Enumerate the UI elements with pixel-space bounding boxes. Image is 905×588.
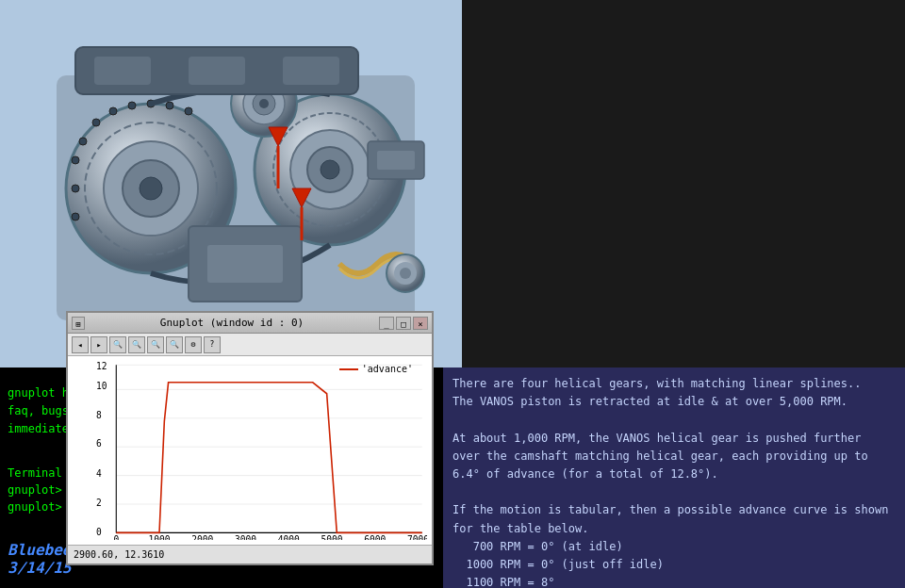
svg-rect-61 — [189, 57, 245, 85]
description-panel: There are four helical gears, with match… — [443, 368, 905, 588]
desc-line-6: If the motion is tabular, then a possibl… — [452, 501, 896, 519]
svg-text:6000: 6000 — [364, 534, 386, 540]
svg-rect-62 — [283, 57, 339, 85]
svg-point-34 — [128, 102, 136, 109]
legend: 'advance' — [339, 364, 413, 374]
desc-line-5: 6.4° of advance (for a total of 12.8°). — [452, 466, 896, 483]
watermark: Bluebee 3/14/15 — [8, 541, 71, 577]
svg-rect-60 — [94, 57, 151, 85]
desc-line-4: over the camshaft matching helical gear,… — [452, 448, 896, 466]
toolbar-zoom1[interactable]: 🔍 — [109, 336, 126, 353]
maximize-button[interactable]: □ — [396, 317, 411, 330]
gnuplot-toolbar: ◂ ▸ 🔍 🔍 🔍 🔍 ⚙ ? — [68, 334, 432, 356]
svg-point-32 — [166, 102, 173, 109]
watermark-name: Bluebee — [8, 541, 71, 559]
rpm-1100: 1100 RPM = 8° — [452, 574, 896, 588]
svg-text:10: 10 — [96, 381, 107, 391]
rpm-1000: 1000 RPM = 0° (just off idle) — [452, 556, 896, 574]
svg-text:1000: 1000 — [148, 534, 170, 540]
svg-point-36 — [92, 119, 100, 126]
toolbar-gear[interactable]: ⚙ — [185, 336, 202, 353]
svg-point-40 — [72, 213, 79, 220]
svg-point-30 — [140, 177, 162, 200]
svg-text:12: 12 — [96, 361, 107, 371]
desc-line-7: for the table below. — [452, 520, 896, 538]
watermark-date: 3/14/15 — [8, 559, 71, 577]
svg-text:8: 8 — [96, 410, 102, 420]
svg-text:0: 0 — [113, 534, 119, 540]
plot-area: 'advance' 0 2 4 6 8 10 12 0 1000 20 — [68, 356, 432, 545]
window-title: Gnuplot (window id : 0) — [85, 317, 379, 329]
svg-text:7000: 7000 — [407, 534, 427, 540]
gnuplot-window[interactable]: ⊞ Gnuplot (window id : 0) _ □ × ◂ ▸ 🔍 🔍 … — [66, 311, 434, 565]
svg-point-71 — [400, 268, 411, 279]
svg-point-39 — [72, 185, 79, 192]
svg-text:3000: 3000 — [235, 534, 256, 540]
svg-text:0: 0 — [96, 526, 102, 536]
toolbar-forward[interactable]: ▸ — [90, 336, 107, 353]
close-button[interactable]: × — [413, 317, 428, 330]
toolbar-help[interactable]: ? — [204, 336, 221, 353]
toolbar-zoom2[interactable]: 🔍 — [128, 336, 145, 353]
svg-point-33 — [185, 107, 192, 115]
desc-line-2: The VANOS piston is retracted at idle & … — [452, 393, 896, 411]
svg-point-38 — [72, 156, 79, 164]
legend-line — [339, 368, 358, 370]
svg-text:2: 2 — [96, 498, 102, 508]
svg-point-45 — [321, 160, 339, 179]
svg-rect-58 — [207, 245, 283, 283]
svg-point-35 — [109, 107, 117, 115]
window-icon[interactable]: ⊞ — [72, 317, 85, 330]
gnuplot-status-bar: 2900.60, 12.3610 — [68, 545, 432, 564]
status-coordinates: 2900.60, 12.3610 — [74, 549, 164, 560]
desc-line-1: There are four helical gears, with match… — [452, 375, 896, 393]
svg-text:2000: 2000 — [191, 534, 213, 540]
svg-point-56 — [259, 99, 269, 108]
svg-text:5000: 5000 — [321, 534, 342, 540]
toolbar-back[interactable]: ◂ — [72, 336, 89, 353]
rpm-700: 700 RPM = 0° (at idle) — [452, 538, 896, 556]
svg-text:4: 4 — [96, 468, 102, 479]
desc-line-3: At about 1,000 RPM, the VANOS helical ge… — [452, 430, 896, 448]
minimize-button[interactable]: _ — [379, 317, 394, 330]
svg-point-37 — [79, 138, 87, 145]
legend-label: 'advance' — [362, 364, 413, 374]
plot-chart: 0 2 4 6 8 10 12 0 1000 2000 3000 4000 50… — [96, 361, 427, 540]
svg-rect-68 — [377, 151, 415, 170]
svg-text:6: 6 — [96, 438, 102, 449]
toolbar-zoom3[interactable]: 🔍 — [147, 336, 164, 353]
gnuplot-titlebar: ⊞ Gnuplot (window id : 0) _ □ × — [68, 313, 432, 334]
toolbar-zoom4[interactable]: 🔍 — [166, 336, 183, 353]
svg-text:4000: 4000 — [278, 534, 300, 540]
